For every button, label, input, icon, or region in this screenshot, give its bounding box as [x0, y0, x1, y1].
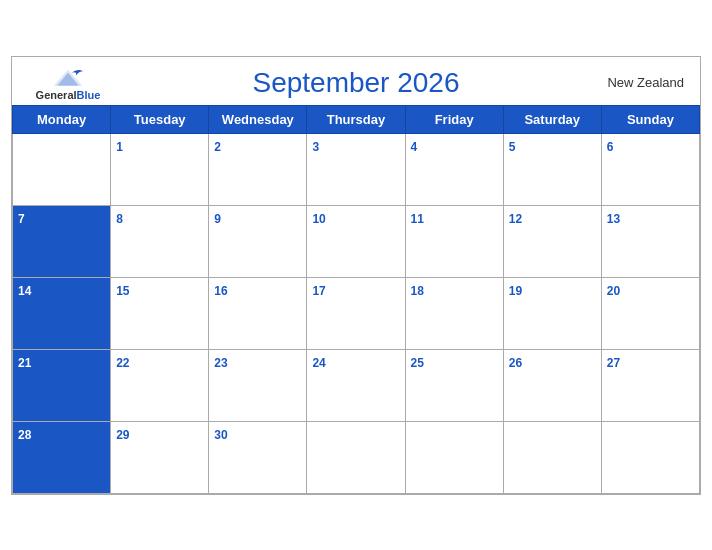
day-number: 15: [116, 284, 129, 298]
calendar-cell: 1: [111, 133, 209, 205]
logo-area: General Blue: [28, 65, 108, 101]
day-number: 23: [214, 356, 227, 370]
day-number: 14: [18, 284, 31, 298]
calendar-cell: 26: [503, 349, 601, 421]
calendar-cell: 24: [307, 349, 405, 421]
header-sunday: Sunday: [601, 105, 699, 133]
calendar-cell: 28: [13, 421, 111, 493]
calendar-title-area: September 2026: [108, 67, 604, 99]
header-thursday: Thursday: [307, 105, 405, 133]
calendar-header: General Blue September 2026 New Zealand: [12, 57, 700, 105]
week-row-2: 78910111213: [13, 205, 700, 277]
day-number: 8: [116, 212, 123, 226]
day-number: 4: [411, 140, 418, 154]
calendar-cell: 10: [307, 205, 405, 277]
day-number: 1: [116, 140, 123, 154]
header-saturday: Saturday: [503, 105, 601, 133]
day-number: 19: [509, 284, 522, 298]
calendar-cell: 7: [13, 205, 111, 277]
generalblue-logo-icon: [50, 65, 86, 89]
day-number: 24: [312, 356, 325, 370]
calendar-cell: [307, 421, 405, 493]
header-wednesday: Wednesday: [209, 105, 307, 133]
day-number: 9: [214, 212, 221, 226]
calendar-cell: 16: [209, 277, 307, 349]
header-tuesday: Tuesday: [111, 105, 209, 133]
week-row-3: 14151617181920: [13, 277, 700, 349]
day-number: 3: [312, 140, 319, 154]
day-number: 26: [509, 356, 522, 370]
day-number: 5: [509, 140, 516, 154]
calendar-cell: 8: [111, 205, 209, 277]
calendar-cell: 14: [13, 277, 111, 349]
calendar-cell: 19: [503, 277, 601, 349]
country-label: New Zealand: [604, 75, 684, 90]
calendar-grid: Monday Tuesday Wednesday Thursday Friday…: [12, 105, 700, 494]
day-number: 2: [214, 140, 221, 154]
day-number: 29: [116, 428, 129, 442]
logo-blue-text: Blue: [77, 89, 101, 101]
day-number: 7: [18, 212, 25, 226]
week-row-4: 21222324252627: [13, 349, 700, 421]
calendar-container: General Blue September 2026 New Zealand …: [11, 56, 701, 495]
day-number: 25: [411, 356, 424, 370]
day-number: 11: [411, 212, 424, 226]
logo-general-text: General: [36, 89, 77, 101]
day-number: 10: [312, 212, 325, 226]
header-friday: Friday: [405, 105, 503, 133]
day-number: 28: [18, 428, 31, 442]
day-number: 16: [214, 284, 227, 298]
weekday-header-row: Monday Tuesday Wednesday Thursday Friday…: [13, 105, 700, 133]
calendar-cell: 25: [405, 349, 503, 421]
calendar-cell: 18: [405, 277, 503, 349]
day-number: 12: [509, 212, 522, 226]
calendar-cell: 5: [503, 133, 601, 205]
calendar-cell: [503, 421, 601, 493]
calendar-cell: 3: [307, 133, 405, 205]
calendar-cell: 6: [601, 133, 699, 205]
calendar-cell: 29: [111, 421, 209, 493]
day-number: 27: [607, 356, 620, 370]
calendar-cell: 17: [307, 277, 405, 349]
calendar-cell: 21: [13, 349, 111, 421]
day-number: 30: [214, 428, 227, 442]
calendar-cell: 30: [209, 421, 307, 493]
week-row-1: 123456: [13, 133, 700, 205]
calendar-cell: 20: [601, 277, 699, 349]
calendar-cell: 15: [111, 277, 209, 349]
calendar-cell: 11: [405, 205, 503, 277]
day-number: 22: [116, 356, 129, 370]
day-number: 20: [607, 284, 620, 298]
day-number: 13: [607, 212, 620, 226]
week-row-5: 282930: [13, 421, 700, 493]
calendar-cell: 23: [209, 349, 307, 421]
day-number: 18: [411, 284, 424, 298]
calendar-cell: 22: [111, 349, 209, 421]
calendar-cell: [405, 421, 503, 493]
calendar-cell: [13, 133, 111, 205]
calendar-cell: 12: [503, 205, 601, 277]
day-number: 21: [18, 356, 31, 370]
day-number: 6: [607, 140, 614, 154]
header-monday: Monday: [13, 105, 111, 133]
calendar-cell: 2: [209, 133, 307, 205]
calendar-cell: 13: [601, 205, 699, 277]
calendar-cell: 9: [209, 205, 307, 277]
calendar-cell: 4: [405, 133, 503, 205]
day-number: 17: [312, 284, 325, 298]
calendar-cell: [601, 421, 699, 493]
calendar-cell: 27: [601, 349, 699, 421]
calendar-title: September 2026: [252, 67, 459, 98]
